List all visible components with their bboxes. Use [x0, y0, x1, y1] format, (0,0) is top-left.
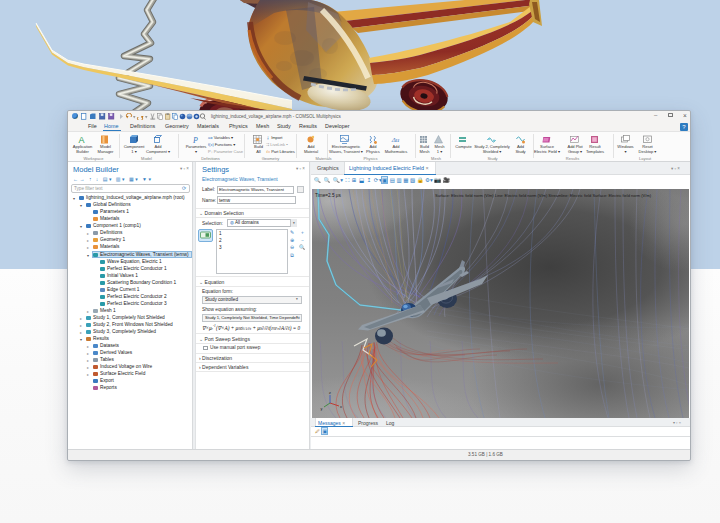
- svg-text:z: z: [329, 391, 331, 395]
- svg-text:A: A: [78, 135, 84, 144]
- svg-text:Δu: Δu: [391, 136, 400, 144]
- svg-text:Time=2.5 μs: Time=2.5 μs: [315, 193, 341, 198]
- svg-text:x: x: [340, 405, 342, 409]
- svg-text:y: y: [321, 407, 323, 411]
- svg-text:P: P: [192, 136, 198, 145]
- svg-text:Surface: Electric field norm (: Surface: Electric field norm (V/m) Line:…: [435, 193, 652, 198]
